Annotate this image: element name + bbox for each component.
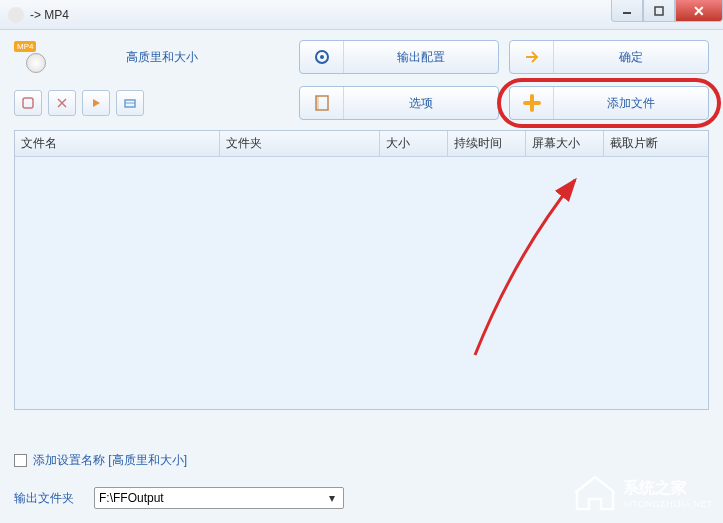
th-clip[interactable]: 截取片断 [604,131,708,156]
output-folder-label: 输出文件夹 [14,490,74,507]
toolbar-btn-1[interactable] [14,90,42,116]
svg-rect-8 [316,96,319,110]
maximize-button[interactable] [643,0,675,22]
toolbar-btn-2[interactable] [48,90,76,116]
arrow-right-icon [510,41,554,73]
checkbox-label: 添加设置名称 [高质里和大小] [33,452,187,469]
gear-icon [300,41,344,73]
add-file-button[interactable]: 添加文件 [509,86,709,120]
titlebar: -> MP4 ✕ [0,0,723,30]
plus-icon [510,87,554,119]
th-filename[interactable]: 文件名 [15,131,220,156]
add-settings-checkbox[interactable] [14,454,27,467]
th-screensize[interactable]: 屏幕大小 [526,131,604,156]
app-icon [8,7,24,23]
file-table: 文件名 文件夹 大小 持续时间 屏幕大小 截取片断 [14,130,709,410]
output-folder-combo[interactable]: F:\FFOutput ▾ [94,487,344,509]
output-config-button[interactable]: 输出配置 [299,40,499,74]
format-icon: MP4 [14,41,46,73]
toolbar-btn-4[interactable] [116,90,144,116]
toolbar-btn-play[interactable] [82,90,110,116]
svg-point-3 [320,55,324,59]
options-button[interactable]: 选项 [299,86,499,120]
table-header: 文件名 文件夹 大小 持续时间 屏幕大小 截取片断 [15,131,708,157]
film-icon [300,87,344,119]
chevron-down-icon: ▾ [325,491,339,505]
th-folder[interactable]: 文件夹 [220,131,380,156]
th-size[interactable]: 大小 [380,131,448,156]
house-icon [573,473,617,513]
th-duration[interactable]: 持续时间 [448,131,526,156]
svg-rect-4 [23,98,33,108]
watermark: 系统之家 XITONGZHIJIA.NET [573,473,713,513]
confirm-button[interactable]: 确定 [509,40,709,74]
window-title: -> MP4 [30,8,69,22]
svg-rect-1 [655,7,663,15]
table-body[interactable] [15,157,708,415]
close-button[interactable]: ✕ [675,0,723,22]
minimize-button[interactable] [611,0,643,22]
quality-label: 高质里和大小 [126,49,198,66]
